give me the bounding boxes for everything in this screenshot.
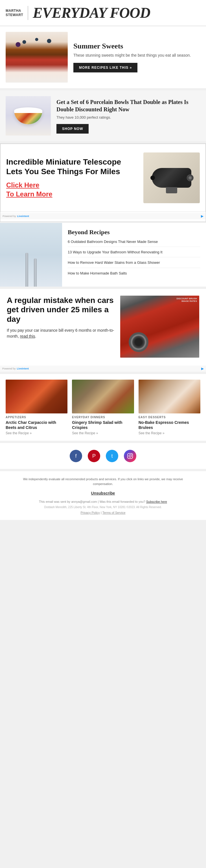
site-title: EVERYDAY FOOD bbox=[33, 4, 150, 21]
powered-by-brand: Liveintent bbox=[17, 215, 29, 218]
bowl-food bbox=[14, 113, 42, 124]
telescope-body bbox=[152, 168, 191, 188]
beyond-recipes-image-inner bbox=[0, 223, 62, 287]
car-discount-label: DISCOUNT BRUSHIMAGE RATES bbox=[177, 297, 197, 302]
beyond-link-4[interactable]: How to Make Homemade Bath Salts bbox=[68, 271, 200, 278]
beyond-recipes-image bbox=[0, 223, 62, 287]
summer-sweets-content: Summer Sweets These stunning sweets migh… bbox=[73, 42, 200, 72]
car-ad-read-link[interactable]: read this bbox=[20, 334, 35, 338]
telescope-cta-line2[interactable]: To Learn More bbox=[6, 190, 138, 198]
telescope-ad-heading: Incredible Miniature Telescope Lets You … bbox=[6, 157, 138, 176]
unsubscribe-link[interactable]: Unsubscribe bbox=[91, 491, 115, 495]
beyond-recipes-content: Beyond Recipes 6 Outdated Bathroom Desig… bbox=[62, 223, 206, 287]
footer-address: Dotdash Meredith, 225 Liberty St. 4th Fl… bbox=[6, 505, 200, 509]
faucet-right bbox=[34, 258, 37, 287]
recipe-card-2: EVERYDAY DINNERS Gingery Shrimp Salad wi… bbox=[72, 380, 134, 435]
recipe-card-3: EASY DESSERTS No-Bake Espresso Cremes Br… bbox=[139, 380, 200, 435]
footer-disclaimer: We independently evaluate all recommende… bbox=[18, 477, 188, 486]
footer-email-sent-text: This email was sent by annya@gmail.com |… bbox=[39, 500, 145, 503]
brand-name: martha stewart bbox=[6, 9, 23, 17]
recipe-image-1 bbox=[6, 380, 67, 413]
recipe-title-2: Gingery Shrimp Salad with Crispies bbox=[72, 420, 134, 430]
instagram-svg bbox=[127, 453, 133, 459]
summer-sweets-description: These stunning sweets might be the best … bbox=[73, 53, 200, 58]
facebook-icon[interactable]: f bbox=[70, 450, 82, 462]
terms-link[interactable]: Terms of Service bbox=[102, 511, 125, 514]
bowls-description: They have 10,000 perfect ratings. bbox=[56, 115, 200, 120]
car-image-inner: DISCOUNT BRUSHIMAGE RATES bbox=[120, 296, 199, 358]
footer-email-info: This email was sent by annya@gmail.com |… bbox=[6, 500, 200, 503]
summer-sweets-heading: Summer Sweets bbox=[73, 42, 200, 51]
faucet-left bbox=[25, 253, 28, 287]
telescope-shape-container bbox=[152, 165, 191, 190]
recipe-image-2 bbox=[72, 380, 134, 413]
ad-close-icon[interactable]: ▶ bbox=[201, 214, 203, 218]
beyond-recipes-heading: Beyond Recipes bbox=[68, 228, 200, 236]
footer-links: Privacy Policy | Terms of Service bbox=[6, 511, 200, 514]
faucet-container bbox=[25, 253, 37, 287]
summer-sweets-image-inner bbox=[6, 32, 68, 83]
pinterest-icon[interactable]: P bbox=[88, 450, 100, 462]
social-section: f P t bbox=[0, 443, 206, 469]
header-divider bbox=[28, 6, 28, 20]
beyond-link-1[interactable]: 6 Outdated Bathroom Designs That Never M… bbox=[68, 239, 200, 247]
bowls-image bbox=[6, 96, 51, 135]
recipe-image-3 bbox=[139, 380, 200, 413]
telescope-ad-text: Incredible Miniature Telescope Lets You … bbox=[6, 157, 138, 198]
header: martha stewart EVERYDAY FOOD bbox=[0, 0, 206, 26]
beyond-link-3[interactable]: How to Remove Hard Water Stains from a G… bbox=[68, 260, 200, 268]
telescope-cta-line1[interactable]: Click Here bbox=[6, 181, 138, 189]
telescope-ad-wrapper: Incredible Miniature Telescope Lets You … bbox=[0, 144, 206, 222]
car-ad-text: A regular mistake when cars get driven u… bbox=[7, 296, 115, 339]
powered-by-container: Powered by Liveintent bbox=[3, 215, 29, 218]
footer: We independently evaluate all recommende… bbox=[0, 471, 206, 520]
bathroom-scene bbox=[0, 223, 62, 287]
recipe-title-1: Arctic Char Carpaccio with Beets and Cit… bbox=[6, 420, 67, 430]
car-image: DISCOUNT BRUSHIMAGE RATES bbox=[120, 296, 199, 358]
recipe-category-1: APPETIZERS bbox=[6, 416, 67, 419]
telescope-lens bbox=[187, 175, 194, 181]
car-powered-by-text: Powered by bbox=[2, 367, 16, 370]
bowls-content: Get a Set of 6 Porcelain Bowls That Doub… bbox=[56, 98, 200, 133]
recipe-category-2: EVERYDAY DINNERS bbox=[72, 416, 134, 419]
telescope-ad-section: Incredible Miniature Telescope Lets You … bbox=[0, 144, 206, 212]
telescope-ad-powered-by: Powered by Liveintent ▶ bbox=[0, 213, 206, 219]
twitter-icon[interactable]: t bbox=[106, 450, 118, 462]
recipe-link-1[interactable]: See the Recipe » bbox=[6, 431, 67, 435]
car-powered-by-container: Powered by Liveintent bbox=[2, 367, 29, 370]
powered-by-text: Powered by bbox=[3, 215, 16, 218]
recipe-card-1: APPETIZERS Arctic Char Carpaccio with Be… bbox=[6, 380, 67, 435]
recipe-category-3: EASY DESSERTS bbox=[139, 416, 200, 419]
recipe-link-3[interactable]: See the Recipe » bbox=[139, 431, 200, 435]
car-ad-close-icon[interactable]: ▶ bbox=[201, 367, 204, 371]
instagram-icon[interactable] bbox=[124, 450, 136, 462]
car-ad-wrapper: A regular mistake when cars get driven u… bbox=[0, 289, 206, 372]
car-ad-description: If you pay your car insurance bill every… bbox=[7, 328, 115, 339]
beyond-recipes-section: Beyond Recipes 6 Outdated Bathroom Desig… bbox=[0, 223, 206, 287]
car-ad-heading: A regular mistake when cars get driven u… bbox=[7, 296, 115, 324]
beyond-link-2[interactable]: 13 Ways to Upgrade Your Bathroom Without… bbox=[68, 250, 200, 257]
bowl-shape bbox=[14, 107, 42, 124]
telescope-ad-cta[interactable]: Click Here To Learn More bbox=[6, 181, 138, 198]
car-ad-section: A regular mistake when cars get driven u… bbox=[0, 289, 206, 364]
car-ad-powered-by: Powered by Liveintent ▶ bbox=[0, 366, 206, 372]
bowls-image-inner bbox=[6, 96, 51, 135]
footer-subscribe-link[interactable]: Subscribe here bbox=[146, 500, 167, 503]
summer-sweets-section: Summer Sweets These stunning sweets migh… bbox=[0, 26, 206, 88]
recipes-grid: APPETIZERS Arctic Char Carpaccio with Be… bbox=[0, 374, 206, 441]
telescope-eyepiece bbox=[150, 176, 155, 180]
summer-sweets-image bbox=[6, 32, 68, 83]
bowls-section: Get a Set of 6 Porcelain Bowls That Doub… bbox=[0, 90, 206, 141]
recipe-link-2[interactable]: See the Recipe » bbox=[72, 431, 134, 435]
car-powered-by-brand: Liveintent bbox=[17, 367, 29, 370]
summer-sweets-cta-button[interactable]: MORE RECIPES LIKE THIS » bbox=[73, 63, 138, 72]
recipe-title-3: No-Bake Espresso Cremes Brulees bbox=[139, 420, 200, 430]
telescope-image bbox=[143, 152, 200, 203]
telescope-grip bbox=[166, 187, 177, 193]
bowls-cta-button[interactable]: SHOP NOW bbox=[56, 124, 89, 133]
bowls-heading: Get a Set of 6 Porcelain Bowls That Doub… bbox=[56, 98, 200, 113]
car-wheel bbox=[129, 332, 148, 352]
privacy-policy-link[interactable]: Privacy Policy bbox=[81, 511, 99, 514]
